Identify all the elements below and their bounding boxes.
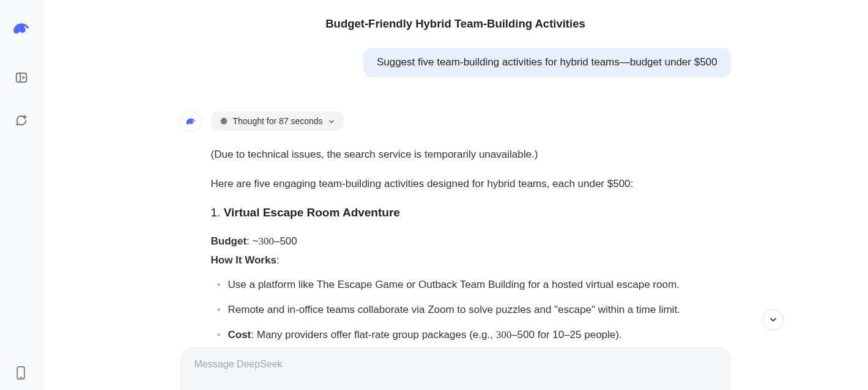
svg-rect-1 bbox=[16, 73, 26, 83]
chevron-down-icon bbox=[328, 117, 335, 125]
thought-pill[interactable]: Thought for 87 seconds bbox=[211, 111, 344, 131]
cost-label: Cost bbox=[228, 329, 251, 340]
chat-content: Budget-Friendly Hybrid Team-Building Act… bbox=[180, 0, 731, 390]
whale-logo[interactable] bbox=[11, 18, 32, 42]
list-item: Remote and in-office teams collaborate v… bbox=[228, 301, 731, 318]
main-area: Budget-Friendly Hybrid Team-Building Act… bbox=[43, 0, 868, 390]
budget-line: Budget: ~300–500 bbox=[211, 232, 731, 251]
svg-point-0 bbox=[24, 26, 26, 28]
svg-point-5 bbox=[223, 120, 224, 122]
activity-1-heading: 1. Virtual Escape Room Adventure bbox=[211, 206, 731, 219]
user-message-row: Suggest five team-building activities fo… bbox=[180, 48, 731, 77]
input-bar bbox=[43, 347, 868, 390]
message-input[interactable] bbox=[195, 359, 717, 370]
activity-title: Virtual Escape Room Adventure bbox=[224, 206, 400, 219]
budget-label: Budget bbox=[211, 235, 247, 247]
activity-number: 1. bbox=[211, 206, 224, 219]
user-message-bubble: Suggest five team-building activities fo… bbox=[363, 48, 731, 77]
scroll-down-button[interactable] bbox=[763, 309, 784, 330]
message-input-box[interactable] bbox=[180, 347, 731, 390]
assistant-body: Thought for 87 seconds (Due to technical… bbox=[211, 111, 731, 351]
panel-toggle-icon[interactable] bbox=[15, 71, 28, 84]
atom-icon bbox=[220, 117, 228, 125]
assistant-avatar bbox=[180, 111, 201, 132]
new-chat-icon[interactable] bbox=[15, 114, 28, 127]
sidebar bbox=[0, 0, 43, 390]
assistant-message: Thought for 87 seconds (Due to technical… bbox=[180, 111, 731, 351]
svg-point-4 bbox=[192, 120, 193, 122]
thought-label: Thought for 87 seconds bbox=[233, 116, 323, 126]
list-item: Use a platform like The Escape Game or O… bbox=[228, 276, 731, 293]
how-label: How It Works bbox=[211, 254, 276, 266]
phone-icon[interactable] bbox=[15, 366, 28, 379]
intro-text: Here are five engaging team-building act… bbox=[211, 176, 731, 192]
notice-text: (Due to technical issues, the search ser… bbox=[211, 147, 731, 163]
list-item: Cost: Many providers offer flat-rate gro… bbox=[228, 326, 731, 343]
page-title: Budget-Friendly Hybrid Team-Building Act… bbox=[180, 17, 731, 31]
activity-bullets: Use a platform like The Escape Game or O… bbox=[211, 276, 731, 344]
how-it-works-line: How It Works: bbox=[211, 251, 731, 270]
